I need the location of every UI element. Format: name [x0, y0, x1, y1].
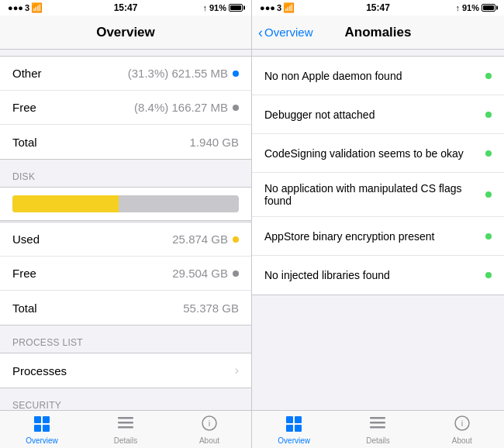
app-container: ●●● 3 📶 15:47 ↑ 91% Overview Oth — [0, 0, 504, 448]
left-tab-details-label: Details — [114, 436, 138, 445]
left-tab-about-label: About — [199, 436, 219, 445]
left-signal: ●●● 3 📶 — [8, 2, 43, 13]
svg-text:i: i — [209, 419, 210, 428]
anomaly-row-1: Debugger not attached — [252, 95, 504, 134]
right-content: No non Apple daemon found Debugger not a… — [252, 50, 504, 410]
anomaly-row-5: No injected libraries found — [252, 256, 504, 295]
svg-rect-12 — [295, 425, 302, 432]
right-top-spacer — [252, 50, 504, 56]
disk-bar — [12, 195, 239, 212]
left-signal-dots: ●●● — [8, 3, 23, 12]
left-status-bar: ●●● 3 📶 15:47 ↑ 91% — [0, 0, 251, 16]
anomaly-dot-2 — [485, 150, 492, 157]
processes-chevron: › — [235, 364, 239, 377]
svg-rect-13 — [370, 417, 385, 419]
anomaly-label-0: No non Apple daemon found — [264, 70, 485, 82]
anomaly-label-1: Debugger not attached — [264, 109, 485, 121]
right-status-bar: ●●● 3 📶 15:47 ↑ 91% — [252, 0, 504, 16]
right-status-right: ↑ 91% — [455, 3, 496, 12]
right-nav-bar: ‹ Overview Anomalies — [252, 16, 504, 50]
anomaly-dot-1 — [485, 112, 492, 118]
disk-free-row: Free 29.504 GB — [0, 257, 251, 291]
memory-group: Other (31.3%) 621.55 MB Free (8.4%) 166.… — [0, 56, 251, 160]
disk-section-header: DISK — [0, 160, 251, 187]
disk-used-bar — [12, 195, 119, 212]
disk-free-label: Free — [12, 267, 36, 280]
svg-rect-0 — [34, 416, 41, 423]
anomaly-label-4: AppStore binary encryption present — [264, 230, 485, 243]
disk-free-value: 29.504 GB — [172, 267, 239, 280]
memory-other-dot — [233, 71, 239, 77]
right-tab-overview[interactable]: Overview — [271, 415, 317, 445]
anomaly-row-2: CodeSigning validation seems to be okay — [252, 134, 504, 173]
left-tab-about[interactable]: i About — [186, 415, 233, 445]
svg-rect-2 — [34, 425, 41, 432]
back-button[interactable]: ‹ Overview — [258, 26, 313, 40]
left-tab-overview-label: Overview — [26, 436, 58, 445]
anomaly-dot-5 — [485, 272, 492, 278]
memory-free-label: Free — [12, 101, 36, 114]
right-tab-overview-label: Overview — [278, 436, 310, 445]
svg-rect-4 — [118, 417, 133, 419]
disk-free-dot — [233, 271, 239, 277]
processes-row[interactable]: Processes › — [0, 353, 251, 388]
left-carrier: 3 — [25, 3, 29, 12]
right-about-icon: i — [453, 415, 471, 435]
back-chevron-icon: ‹ — [258, 26, 263, 40]
svg-rect-11 — [286, 425, 293, 432]
disk-used-value: 25.874 GB — [172, 233, 239, 246]
svg-rect-10 — [295, 416, 302, 423]
process-section-header: PROCESS LIST — [0, 326, 251, 353]
anomaly-row-3: No application with manipulated CS flags… — [252, 173, 504, 217]
right-signal: ●●● 3 📶 — [260, 2, 295, 13]
anomaly-dot-0 — [485, 73, 492, 79]
anomaly-label-2: CodeSigning validation seems to be okay — [264, 147, 485, 160]
memory-total-row: Total 1.940 GB — [0, 125, 251, 159]
left-nav-title: Overview — [96, 25, 155, 40]
memory-free-dot — [233, 105, 239, 111]
svg-rect-5 — [118, 422, 133, 424]
memory-other-row: Other (31.3%) 621.55 MB — [0, 57, 251, 91]
disk-total-value: 55.378 GB — [183, 302, 239, 315]
anomaly-group: No non Apple daemon found Debugger not a… — [252, 56, 504, 295]
memory-total-value: 1.940 GB — [190, 136, 239, 149]
right-panel: ●●● 3 📶 15:47 ↑ 91% ‹ Overview Anomalies — [252, 0, 504, 448]
right-tab-details-label: Details — [366, 436, 390, 445]
back-label: Overview — [264, 26, 313, 39]
svg-rect-9 — [286, 416, 293, 423]
disk-total-row: Total 55.378 GB — [0, 291, 251, 325]
process-group: Processes › — [0, 353, 251, 388]
left-about-icon: i — [200, 415, 219, 435]
memory-total-label: Total — [12, 136, 37, 149]
memory-other-label: Other — [12, 67, 42, 80]
disk-used-row: Used 25.874 GB — [0, 222, 251, 257]
anomaly-dot-3 — [485, 191, 492, 198]
right-battery-icon — [482, 4, 496, 12]
left-tab-overview[interactable]: Overview — [19, 415, 65, 445]
disk-bar-container — [0, 187, 251, 221]
memory-other-value: (31.3%) 621.55 MB — [128, 67, 239, 80]
right-battery-pct: 91% — [462, 3, 479, 12]
right-overview-icon — [285, 415, 303, 435]
right-tab-bar: Overview Details i About — [252, 410, 504, 448]
top-spacer — [0, 50, 251, 56]
right-tab-about[interactable]: i About — [439, 415, 485, 445]
svg-rect-14 — [370, 422, 385, 424]
left-content[interactable]: Other (31.3%) 621.55 MB Free (8.4%) 166.… — [0, 50, 251, 410]
left-arrow-icon: ↑ — [202, 3, 207, 12]
disk-group: Used 25.874 GB Free 29.504 GB Total — [0, 222, 251, 326]
right-arrow-icon: ↑ — [455, 3, 460, 12]
svg-rect-15 — [370, 426, 385, 429]
svg-rect-3 — [43, 425, 50, 432]
memory-free-value: (8.4%) 166.27 MB — [134, 101, 239, 114]
left-battery-icon — [229, 4, 243, 12]
left-status-right: ↑ 91% — [202, 3, 243, 12]
right-time: 15:47 — [366, 2, 390, 13]
left-nav-bar: Overview — [0, 16, 251, 50]
svg-rect-6 — [118, 426, 133, 429]
left-tab-details[interactable]: Details — [102, 415, 149, 445]
right-tab-about-label: About — [452, 436, 472, 445]
right-tab-details[interactable]: Details — [354, 415, 401, 445]
anomaly-dot-4 — [485, 233, 492, 240]
svg-rect-1 — [43, 416, 50, 423]
